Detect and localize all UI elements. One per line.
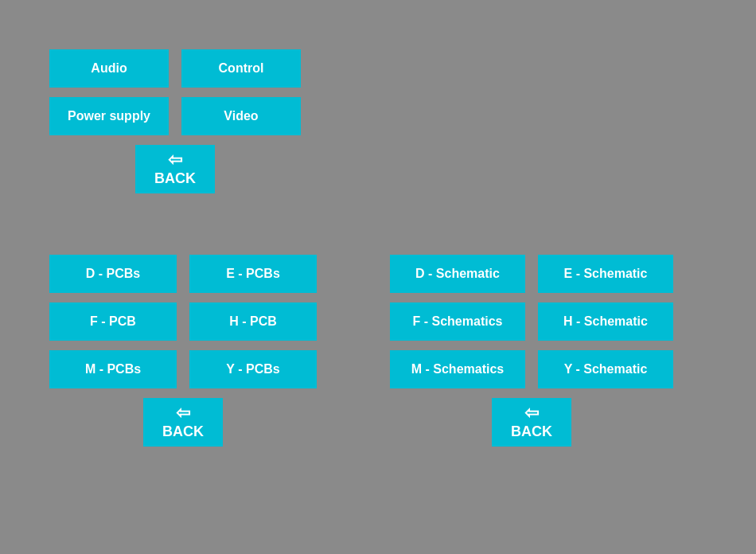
bottom-left-back-button[interactable]: ⇦ BACK xyxy=(143,398,223,447)
bottom-right-row-3: M - Schematics Y - Schematic xyxy=(390,350,673,388)
bottom-left-row-2: F - PCB H - PCB xyxy=(49,302,317,341)
bottom-left-row-3: M - PCBs Y - PCBs xyxy=(49,350,317,388)
bottom-right-back-button[interactable]: ⇦ BACK xyxy=(492,398,571,447)
back-arrow-icon-left: ⇦ xyxy=(176,404,190,422)
bottom-right-row-1: D - Schematic E - Schematic xyxy=(390,255,673,293)
power-supply-button[interactable]: Power supply xyxy=(49,97,169,135)
e-pcbs-button[interactable]: E - PCBs xyxy=(189,255,317,293)
audio-button[interactable]: Audio xyxy=(49,49,169,88)
top-row-1: Audio Control xyxy=(49,49,301,88)
top-back-row: ⇦ BACK xyxy=(49,145,301,193)
d-schematic-button[interactable]: D - Schematic xyxy=(390,255,525,293)
top-group: Audio Control Power supply Video ⇦ BACK xyxy=(49,49,301,193)
bottom-left-row-1: D - PCBs E - PCBs xyxy=(49,255,317,293)
bottom-right-back-row: ⇦ BACK xyxy=(390,398,673,447)
m-pcbs-button[interactable]: M - PCBs xyxy=(49,350,177,388)
back-arrow-icon-right: ⇦ xyxy=(524,404,539,422)
h-schematic-button[interactable]: H - Schematic xyxy=(538,302,673,341)
d-pcbs-button[interactable]: D - PCBs xyxy=(49,255,177,293)
back-arrow-icon: ⇦ xyxy=(168,151,182,169)
bottom-left-group: D - PCBs E - PCBs F - PCB H - PCB M - PC… xyxy=(49,255,317,447)
bottom-left-back-row: ⇦ BACK xyxy=(49,398,317,447)
f-pcb-button[interactable]: F - PCB xyxy=(49,302,177,341)
top-row-2: Power supply Video xyxy=(49,97,301,135)
top-back-button[interactable]: ⇦ BACK xyxy=(135,145,215,193)
e-schematic-button[interactable]: E - Schematic xyxy=(538,255,673,293)
h-pcb-button[interactable]: H - PCB xyxy=(189,302,317,341)
bottom-right-row-2: F - Schematics H - Schematic xyxy=(390,302,673,341)
y-pcbs-button[interactable]: Y - PCBs xyxy=(189,350,317,388)
video-button[interactable]: Video xyxy=(181,97,301,135)
bottom-right-group: D - Schematic E - Schematic F - Schemati… xyxy=(390,255,673,447)
m-schematics-button[interactable]: M - Schematics xyxy=(390,350,525,388)
f-schematics-button[interactable]: F - Schematics xyxy=(390,302,525,341)
y-schematic-button[interactable]: Y - Schematic xyxy=(538,350,673,388)
control-button[interactable]: Control xyxy=(181,49,301,88)
